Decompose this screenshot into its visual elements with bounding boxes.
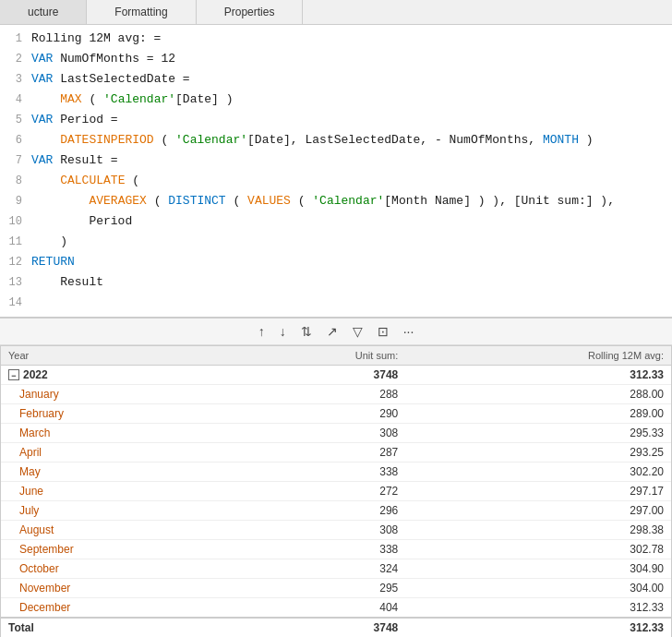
table-row[interactable]: January 288 288.00 [1,385,671,404]
expand-icon[interactable]: − [8,369,19,380]
code-line: 8 CALCULATE ( [0,171,672,191]
table-row[interactable]: June 272 297.17 [1,482,671,501]
month-rolling: 289.00 [405,404,671,424]
line-number: 8 [2,171,22,191]
month-unit-sum: 324 [236,559,406,579]
table-row[interactable]: October 324 304.90 [1,559,671,579]
month-rolling: 302.78 [405,540,671,559]
code-line: 6 DATESINPERIOD ( 'Calendar'[Date], Last… [0,130,672,150]
month-rolling: 297.17 [405,482,671,501]
month-rolling: 288.00 [405,385,671,404]
month-rolling: 293.25 [405,443,671,463]
month-unit-sum: 296 [236,501,406,521]
month-label: April [1,443,236,463]
code-editor: 1Rolling 12M avg: =2VAR NumOfMonths = 12… [0,25,672,318]
table-row[interactable]: November 295 304.00 [1,579,671,598]
table-header-row: Year Unit sum: Rolling 12M avg: [1,346,671,366]
table-row[interactable]: February 290 289.00 [1,404,671,424]
table-row[interactable]: July 296 297.00 [1,501,671,521]
code-line: 7VAR Result = [0,150,672,171]
line-number: 10 [2,211,22,232]
year-label: −2022 [1,366,236,385]
col-unit-sum: Unit sum: [236,346,406,366]
month-label: May [1,463,236,482]
month-unit-sum: 288 [236,385,406,404]
table-row[interactable]: May 338 302.20 [1,463,671,482]
line-content: MAX ( 'Calendar'[Date] ) [31,90,670,110]
line-content: VAR Result = [31,150,670,171]
line-number: 9 [2,191,22,211]
month-rolling: 302.20 [405,463,671,482]
total-rolling: 312.33 [405,618,671,637]
tab-ucture[interactable]: ucture [0,0,87,24]
toolbar: ↑ ↓ ⇅ ↗ ▽ ⊡ ··· [0,318,672,345]
month-rolling: 304.90 [405,559,671,579]
nav-tabs: ucture Formatting Properties [0,0,672,25]
month-rolling: 297.00 [405,501,671,521]
line-number: 1 [2,29,22,49]
tab-properties[interactable]: Properties [197,0,304,24]
data-table: Year Unit sum: Rolling 12M avg: −2022 37… [1,346,671,637]
sort-both-button[interactable]: ⇅ [297,322,316,341]
code-line: 2VAR NumOfMonths = 12 [0,49,672,69]
month-unit-sum: 308 [236,521,406,540]
code-line: 9 AVERAGEX ( DISTINCT ( VALUES ( 'Calend… [0,191,672,211]
table-row[interactable]: September 338 302.78 [1,540,671,559]
code-line: 3VAR LastSelectedDate = [0,69,672,90]
month-unit-sum: 338 [236,540,406,559]
month-unit-sum: 338 [236,463,406,482]
line-content: VAR Period = [31,110,670,130]
sort-asc-button[interactable]: ↑ [255,322,269,341]
tab-formatting[interactable]: Formatting [87,0,196,24]
code-line: 4 MAX ( 'Calendar'[Date] ) [0,90,672,110]
line-content: CALCULATE ( [31,171,670,191]
line-content: DATESINPERIOD ( 'Calendar'[Date], LastSe… [31,130,670,150]
total-unit-sum: 3748 [236,618,406,637]
code-line: 10 Period [0,211,672,232]
code-line: 11 ) [0,232,672,252]
table-row[interactable]: August 308 298.38 [1,521,671,540]
line-number: 7 [2,150,22,171]
line-content: VAR NumOfMonths = 12 [31,49,670,69]
month-label: June [1,482,236,501]
table-row[interactable]: March 308 295.33 [1,424,671,443]
month-label: October [1,559,236,579]
month-label: July [1,501,236,521]
month-unit-sum: 287 [236,443,406,463]
line-content: ) [31,232,670,252]
month-label: March [1,424,236,443]
line-number: 12 [2,252,22,272]
line-content: RETURN [31,252,670,272]
expand-button[interactable]: ↗ [323,322,342,341]
year-rolling: 312.33 [405,366,671,385]
line-number: 5 [2,110,22,130]
month-label: December [1,598,236,619]
month-unit-sum: 404 [236,598,406,619]
line-number: 2 [2,49,22,69]
year-unit-sum: 3748 [236,366,406,385]
fullscreen-button[interactable]: ⊡ [374,322,392,341]
sort-desc-button[interactable]: ↓ [276,322,290,341]
line-number: 14 [2,293,22,313]
month-label: September [1,540,236,559]
more-button[interactable]: ··· [400,322,418,341]
line-number: 11 [2,232,22,252]
col-rolling: Rolling 12M avg: [405,346,671,366]
month-rolling: 295.33 [405,424,671,443]
code-line: 5VAR Period = [0,110,672,130]
code-line: 1Rolling 12M avg: = [0,29,672,49]
filter-button[interactable]: ▽ [349,322,366,341]
month-unit-sum: 272 [236,482,406,501]
month-rolling: 312.33 [405,598,671,619]
data-table-wrapper: Year Unit sum: Rolling 12M avg: −2022 37… [0,345,672,637]
line-number: 13 [2,272,22,293]
table-row-year[interactable]: −2022 3748 312.33 [1,366,671,385]
line-number: 3 [2,69,22,90]
code-line: 14 [0,293,672,313]
total-label: Total [1,618,236,637]
table-row[interactable]: April 287 293.25 [1,443,671,463]
table-row[interactable]: December 404 312.33 [1,598,671,619]
line-content: Result [31,272,670,293]
month-rolling: 304.00 [405,579,671,598]
month-unit-sum: 295 [236,579,406,598]
